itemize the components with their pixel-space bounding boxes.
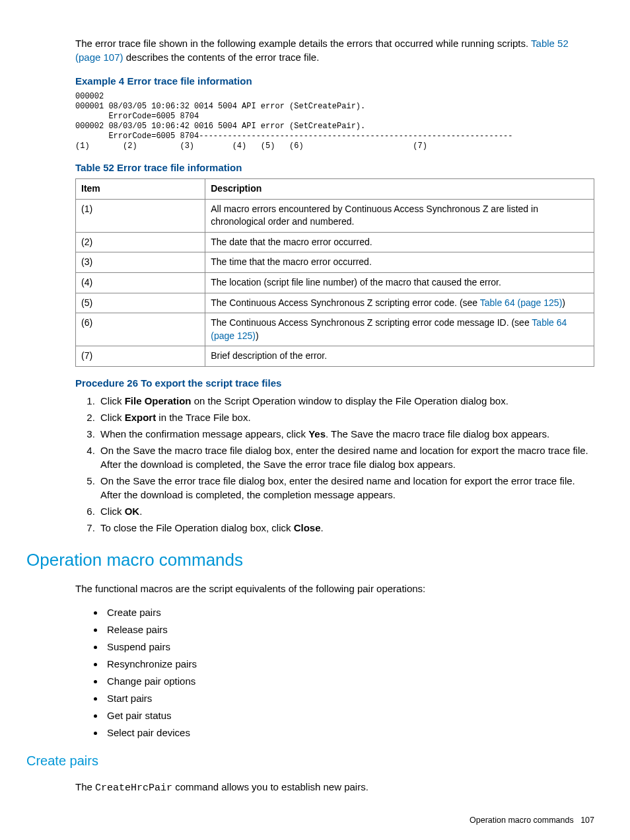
section-title: Operation macro commands — [26, 548, 604, 572]
footer-label: Operation macro commands — [470, 816, 574, 825]
procedure-title: Procedure 26 To export the script trace … — [75, 376, 594, 390]
footer-page: 107 — [580, 816, 594, 825]
list-item: Get pair status — [104, 708, 594, 722]
intro-pre: The error trace file shown in the follow… — [75, 38, 531, 49]
example-title: Example 4 Error trace file information — [75, 74, 594, 88]
list-item: Change pair options — [104, 674, 594, 688]
intro-paragraph: The error trace file shown in the follow… — [75, 36, 594, 64]
cell-desc: The date that the macro error occurred. — [205, 232, 594, 252]
step-2: Click Export in the Trace File box. — [98, 410, 594, 424]
cell-item: (5) — [76, 293, 205, 313]
table64-link[interactable]: Table 64 (page 125) — [480, 297, 563, 308]
cell-desc: The location (script file line number) o… — [205, 272, 594, 293]
step-3: When the confirmation message appears, c… — [98, 427, 594, 441]
intro-post: describes the contents of the error trac… — [123, 52, 320, 63]
cell-item: (2) — [76, 232, 205, 252]
table-row: (7)Brief description of the error. — [76, 346, 594, 367]
table-row: (1)All macro errors encountered by Conti… — [76, 199, 594, 232]
cell-desc: The time that the macro error occurred. — [205, 252, 594, 273]
table-row: (5)The Continuous Access Synchronous Z s… — [76, 293, 594, 313]
section-intro: The functional macros are the script equ… — [75, 582, 594, 595]
list-item: Release pairs — [104, 623, 594, 636]
list-item: Suspend pairs — [104, 640, 594, 654]
cell-item: (4) — [76, 272, 205, 293]
table-row: (3)The time that the macro error occurre… — [76, 252, 594, 273]
list-item: Create pairs — [104, 605, 594, 619]
cell-item: (1) — [76, 199, 205, 232]
cell-desc: All macro errors encountered by Continuo… — [205, 199, 594, 232]
pair-operations-list: Create pairsRelease pairsSuspend pairsRe… — [75, 605, 594, 740]
cell-desc: The Continuous Access Synchronous Z scri… — [205, 293, 594, 313]
list-item: Select pair devices — [104, 726, 594, 740]
subsection-text: The CreateHrcPair command allows you to … — [75, 780, 594, 795]
step-6: Click OK. — [98, 504, 594, 518]
page-footer: Operation macro commands 107 — [26, 815, 594, 827]
cell-desc: The Continuous Access Synchronous Z scri… — [205, 313, 594, 346]
cell-item: (3) — [76, 252, 205, 273]
list-item: Start pairs — [104, 691, 594, 705]
table-row: (4)The location (script file line number… — [76, 272, 594, 293]
table-title: Table 52 Error trace file information — [75, 161, 594, 174]
step-4: On the Save the macro trace file dialog … — [98, 443, 594, 471]
createhrcpair-code: CreateHrcPair — [95, 783, 172, 794]
cell-item: (6) — [76, 313, 205, 346]
th-item: Item — [76, 179, 205, 200]
list-item: Resynchronize pairs — [104, 657, 594, 671]
cell-desc: Brief description of the error. — [205, 346, 594, 367]
subsection-title: Create pairs — [26, 751, 604, 770]
table-row: (6)The Continuous Access Synchronous Z s… — [76, 313, 594, 346]
procedure-steps: Click File Operation on the Script Opera… — [75, 394, 594, 535]
error-trace-table: Item Description (1)All macro errors enc… — [75, 178, 594, 367]
cell-item: (7) — [76, 346, 205, 367]
example-code: 000002 000001 08/03/05 10:06:32 0014 500… — [75, 92, 594, 151]
step-1: Click File Operation on the Script Opera… — [98, 394, 594, 408]
th-desc: Description — [205, 179, 594, 200]
step-7: To close the File Operation dialog box, … — [98, 521, 594, 535]
table-row: (2)The date that the macro error occurre… — [76, 232, 594, 252]
step-5: On the Save the error trace file dialog … — [98, 474, 594, 502]
